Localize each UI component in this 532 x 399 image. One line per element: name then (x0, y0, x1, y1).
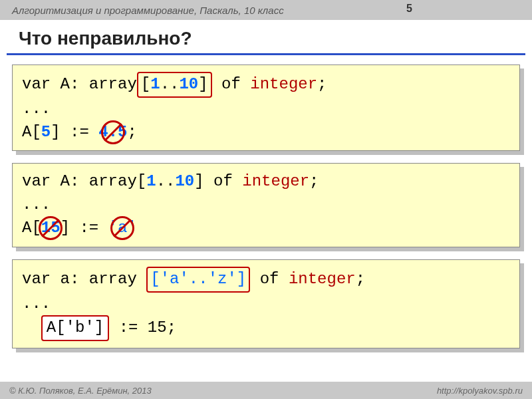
code-line: ... (22, 293, 510, 316)
code-line: A['b'] := 15; (22, 315, 510, 341)
error-mark: 4.5 (98, 121, 127, 144)
highlight-char-range: ['a'..'z'] (146, 267, 250, 293)
highlight-index: A['b'] (41, 315, 109, 341)
code-block-3: var a: array ['a'..'z'] of integer; ... … (12, 259, 520, 348)
code-line: var a: array ['a'..'z'] of integer; (22, 267, 510, 293)
page-number: 5 (406, 3, 412, 15)
code-text: var A: array (22, 75, 137, 93)
header-subject: Алгоритмизация и программирование, Паска… (12, 5, 284, 16)
footer-authors: © К.Ю. Поляков, Е.А. Ерёмин, 2013 (9, 386, 152, 396)
code-line: var A: array[1..10] of integer; (22, 72, 510, 98)
slide-title: Что неправильно? (7, 20, 525, 55)
code-line: A[15] := 'a' (22, 217, 510, 240)
error-mark: 15 (41, 217, 61, 240)
code-block-2: var A: array[1..10] of integer; ... A[15… (12, 163, 520, 247)
highlight-range: [1..10] (137, 72, 212, 98)
code-block-1: var A: array[1..10] of integer; ... A[5]… (12, 65, 520, 151)
slide-header: Алгоритмизация и программирование, Паска… (0, 0, 532, 20)
code-line: ... (22, 98, 510, 121)
error-mark: 'a' (108, 217, 137, 240)
code-line: A[5] := 4.5; (22, 121, 510, 144)
slide-footer: © К.Ю. Поляков, Е.А. Ерёмин, 2013 http:/… (0, 382, 532, 399)
code-line: var A: array[1..10] of integer; (22, 170, 510, 194)
footer-url: http://kpolyakov.spb.ru (437, 386, 523, 396)
code-line: ... (22, 194, 510, 217)
